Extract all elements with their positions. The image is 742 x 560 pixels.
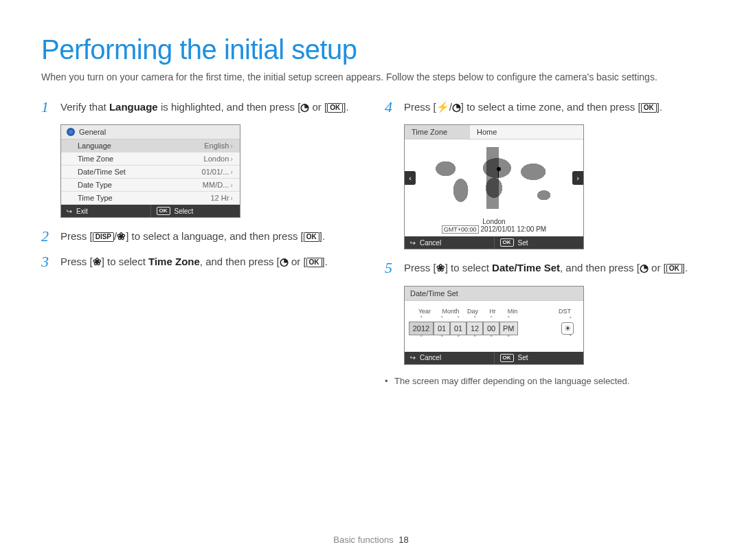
- col-year: Year: [410, 308, 439, 315]
- month-value: 01: [434, 322, 450, 335]
- note-text: The screen may differ depending on the l…: [385, 376, 701, 386]
- step-3: 3 Press [❀] to select Time Zone, and the…: [41, 254, 357, 270]
- t: Verify that: [60, 101, 109, 113]
- t: ] to select: [445, 262, 492, 273]
- footer-set[interactable]: OKSet: [494, 352, 584, 364]
- tz-info: London GMT+00:002012/01/01 12:00 PM: [405, 216, 583, 236]
- row-language[interactable]: Language English›: [61, 139, 240, 153]
- right-column: 4 Press [⚡/◔] to select a time zone, and…: [385, 100, 701, 386]
- chevron-up-icon[interactable]: ˄: [420, 316, 423, 322]
- col-hr: Hr: [483, 308, 502, 315]
- footer-section: Basic functions: [333, 535, 393, 545]
- page-footer: Basic functions 18: [0, 535, 742, 545]
- ok-icon: OK: [157, 207, 170, 215]
- step-1: 1 Verify that Language is highlighted, a…: [41, 100, 357, 115]
- tz-header: Time Zone Home: [405, 125, 583, 139]
- ok-key: OK: [304, 232, 319, 242]
- row-datetype[interactable]: Date Type MM/D...›: [61, 179, 240, 192]
- chevron-up-icon[interactable]: ˄: [507, 316, 510, 322]
- dst-stepper[interactable]: ˄☀˅: [561, 317, 579, 340]
- minute-stepper[interactable]: ˄00˅: [483, 316, 499, 341]
- footer-set[interactable]: OKSet: [494, 236, 584, 249]
- chevron-up-icon[interactable]: ˄: [457, 316, 460, 322]
- chevron-down-icon[interactable]: ˅: [569, 335, 572, 340]
- chevron-up-icon[interactable]: ˄: [440, 316, 444, 322]
- chevron-down-icon[interactable]: ˅: [420, 335, 423, 341]
- step-number: 1: [41, 100, 54, 115]
- row-datetime[interactable]: Date/Time Set 01/01/...›: [61, 166, 240, 179]
- step-4: 4 Press [⚡/◔] to select a time zone, and…: [385, 100, 701, 115]
- footer-select[interactable]: OKSelect: [150, 205, 240, 217]
- chevron-up-icon[interactable]: ˄: [569, 317, 572, 322]
- gmt-badge: GMT+00:00: [442, 225, 479, 234]
- chevron-down-icon[interactable]: ˅: [473, 335, 477, 341]
- row-value: English›: [204, 142, 233, 150]
- hour-stepper[interactable]: ˄12˅: [466, 316, 483, 341]
- panel-header-label: General: [79, 128, 106, 136]
- row-timezone[interactable]: Time Zone London›: [61, 153, 240, 166]
- ok-icon: OK: [500, 354, 514, 362]
- datetime-panel: Date/Time Set Year Month Day Hr Min DST …: [404, 286, 584, 365]
- step-text: Press [❀] to select Time Zone, and then …: [60, 254, 357, 270]
- panel-header-label: Date/Time Set: [410, 289, 458, 298]
- day-value: 01: [450, 322, 466, 335]
- row-value: London›: [204, 155, 233, 163]
- gear-icon: [67, 128, 75, 136]
- chevron-down-icon[interactable]: ˅: [457, 335, 460, 341]
- chevron-down-icon[interactable]: ˅: [440, 335, 444, 341]
- chevron-right-icon: ›: [230, 168, 233, 176]
- row-label: Language: [78, 142, 111, 150]
- map-prev-button[interactable]: ‹: [405, 171, 416, 185]
- step-2: 2 Press [DISP/❀] to select a language, a…: [41, 229, 357, 245]
- footer-cancel[interactable]: ↩Cancel: [405, 236, 494, 249]
- tz-datetime: GMT+00:002012/01/01 12:00 PM: [405, 225, 583, 234]
- row-value: 12 Hr›: [210, 194, 233, 202]
- row-timetype[interactable]: Time Type 12 Hr›: [61, 192, 240, 205]
- dt-body: Year Month Day Hr Min DST ˄2012˅ ˄01˅ ˄0…: [405, 301, 583, 352]
- dt-column-labels: Year Month Day Hr Min DST: [409, 308, 579, 316]
- ampm-stepper[interactable]: ˄PM˅: [499, 316, 518, 341]
- chevron-right-icon: ›: [230, 155, 233, 163]
- panel-header: Date/Time Set: [405, 287, 583, 301]
- flash-icon: ⚡: [436, 101, 449, 113]
- page-title: Performing the initial setup: [41, 34, 701, 65]
- back-icon: ↩: [410, 354, 416, 361]
- year-value: 2012: [409, 322, 434, 335]
- flower-icon: ❀: [93, 256, 102, 267]
- t: Press [: [404, 262, 436, 273]
- chevron-up-icon[interactable]: ˄: [490, 316, 493, 322]
- chevron-right-icon: ›: [230, 181, 233, 189]
- footer-cancel[interactable]: ↩Cancel: [405, 352, 494, 364]
- t: Cancel: [420, 354, 441, 361]
- day-stepper[interactable]: ˄01˅: [450, 316, 466, 341]
- panel-footer: ↩Cancel OKSet: [405, 352, 583, 364]
- ok-key: OK: [641, 103, 657, 113]
- col-day: Day: [462, 308, 483, 315]
- chevron-down-icon[interactable]: ˅: [507, 335, 510, 341]
- t: Set: [518, 354, 528, 361]
- tz-label: Time Zone: [405, 125, 470, 139]
- panel-footer: ↩Exit OKSelect: [61, 205, 240, 217]
- step-number: 3: [41, 254, 54, 270]
- intro-text: When you turn on your camera for the fir…: [41, 71, 701, 85]
- t: Press [: [60, 256, 93, 267]
- chevron-up-icon[interactable]: ˄: [473, 316, 477, 322]
- step-text: Press [❀] to select Date/Time Set, and t…: [404, 260, 701, 276]
- bold-timezone: Time Zone: [148, 256, 200, 267]
- footer-exit[interactable]: ↩Exit: [61, 205, 150, 217]
- chevron-down-icon[interactable]: ˅: [490, 335, 493, 341]
- left-column: 1 Verify that Language is highlighted, a…: [41, 100, 357, 386]
- tz-value: Home: [470, 125, 504, 139]
- step-text: Press [⚡/◔] to select a time zone, and t…: [404, 100, 701, 115]
- month-stepper[interactable]: ˄01˅: [434, 316, 450, 341]
- sun-icon: ☀: [561, 322, 574, 335]
- bold-datetimeset: Date/Time Set: [492, 262, 560, 273]
- t: , and then press [: [200, 256, 280, 267]
- tz-band: [486, 147, 499, 209]
- year-stepper[interactable]: ˄2012˅: [409, 316, 434, 341]
- row-label: Time Zone: [78, 155, 113, 163]
- row-label: Time Type: [78, 194, 113, 202]
- map-next-button[interactable]: ›: [572, 171, 583, 185]
- general-settings-panel: General Language English› Time Zone Lond…: [60, 124, 240, 218]
- t: ] to select a language, and then press [: [126, 230, 304, 242]
